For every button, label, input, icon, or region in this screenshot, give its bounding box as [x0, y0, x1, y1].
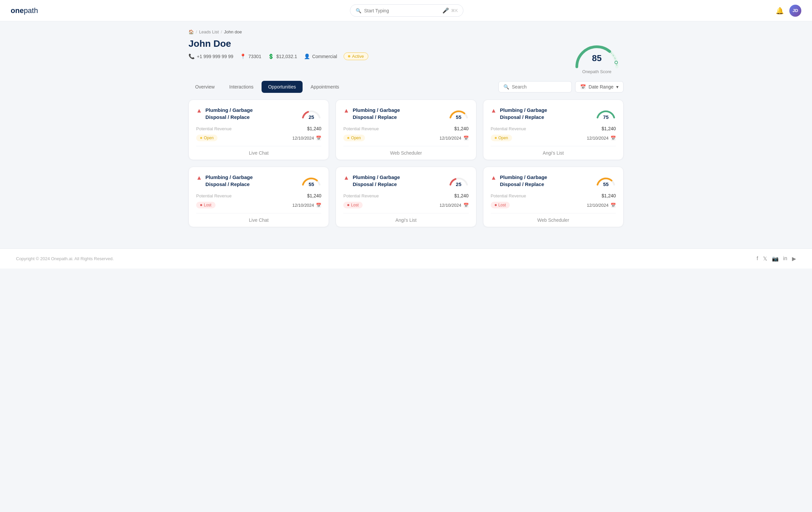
lost-dot [200, 204, 202, 206]
status-badge-open: Open [196, 135, 218, 141]
status-badge: Active [344, 52, 368, 60]
breadcrumb-current: John doe [224, 29, 242, 34]
revenue-value: $1,240 [454, 193, 469, 198]
breadcrumb-leads-list[interactable]: Leads List [199, 29, 219, 34]
opportunity-card: ▲ Plumbing / Garbage Disposal / Replace … [483, 167, 624, 227]
revenue-row: Potential Revenue $1,240 [196, 126, 321, 131]
user-avatar[interactable]: JD [789, 5, 801, 17]
card-title-row: ▲ Plumbing / Garbage Disposal / Replace [196, 107, 272, 120]
status-badge-lost: Lost [491, 202, 510, 208]
tab-interactions[interactable]: Interactions [223, 81, 260, 93]
calendar-icon[interactable]: 📅 [316, 203, 321, 208]
revenue-label: Potential Revenue [343, 193, 379, 198]
opportunities-grid: ▲ Plumbing / Garbage Disposal / Replace … [188, 100, 624, 227]
search-icon: 🔍 [356, 8, 361, 14]
opportunity-card: ▲ Plumbing / Garbage Disposal / Replace … [483, 100, 624, 160]
search-box-icon: 🔍 [503, 84, 509, 89]
facebook-icon[interactable]: f [757, 255, 758, 262]
youtube-icon[interactable]: ▶ [792, 255, 796, 262]
card-title-row: ▲ Plumbing / Garbage Disposal / Replace [343, 107, 419, 120]
score-label: Onepath Score [582, 69, 611, 74]
date-row: 12/10/2024 📅 [587, 136, 616, 141]
up-arrow-icon: ▲ [343, 107, 349, 114]
phone-meta: 📞 +1 999 999 99 99 [188, 53, 233, 59]
calendar-icon: 📅 [580, 84, 586, 89]
lead-meta: 📞 +1 999 999 99 99 📍 73301 💲 $12,032.1 👤… [188, 52, 368, 60]
calendar-icon[interactable]: 📅 [316, 136, 321, 141]
app-header: onepath 🔍 🎤 ⌘K 🔔 JD [0, 0, 812, 21]
revenue-label: Potential Revenue [196, 193, 232, 198]
tab-overview[interactable]: Overview [188, 81, 221, 93]
tab-opportunities[interactable]: Opportunities [262, 81, 302, 93]
global-search-input[interactable] [364, 8, 440, 14]
card-top: ▲ Plumbing / Garbage Disposal / Replace … [196, 174, 321, 188]
date-row: 12/10/2024 📅 [292, 136, 321, 141]
logo[interactable]: onepath [11, 6, 38, 15]
card-source: Web Scheduler [491, 213, 616, 227]
twitter-icon[interactable]: 𝕏 [763, 255, 767, 262]
card-top: ▲ Plumbing / Garbage Disposal / Replace … [343, 174, 468, 188]
card-top: ▲ Plumbing / Garbage Disposal / Replace … [491, 107, 616, 120]
card-score-number: 55 [596, 181, 616, 187]
status-label: Active [352, 54, 364, 59]
card-top: ▲ Plumbing / Garbage Disposal / Replace … [491, 174, 616, 188]
calendar-icon[interactable]: 📅 [610, 136, 616, 141]
type-meta: 👤 Commercial [304, 53, 337, 59]
card-title: Plumbing / Garbage Disposal / Replace [205, 107, 272, 120]
date-row: 12/10/2024 📅 [440, 203, 469, 208]
revenue-label: Potential Revenue [491, 193, 526, 198]
revenue-label: Potential Revenue [196, 126, 232, 131]
card-source: Angi's List [343, 213, 468, 227]
microphone-icon[interactable]: 🎤 [442, 7, 449, 14]
date-range-button[interactable]: 📅 Date Range ▾ [575, 81, 624, 92]
date-value: 12/10/2024 [440, 136, 461, 141]
status-dot [348, 55, 350, 57]
notification-bell-icon[interactable]: 🔔 [776, 7, 784, 15]
card-title-row: ▲ Plumbing / Garbage Disposal / Replace [491, 174, 567, 188]
score-gauge-svg: 85 [572, 38, 622, 69]
global-search-bar[interactable]: 🔍 🎤 ⌘K [350, 4, 463, 17]
calendar-icon[interactable]: 📅 [463, 203, 469, 208]
date-value: 12/10/2024 [587, 203, 609, 208]
date-range-label: Date Range [588, 84, 613, 89]
user-icon: 👤 [304, 53, 310, 59]
opportunity-search-input[interactable] [512, 84, 567, 89]
page-footer: Copyright © 2024 Onepath.ai. All Rights … [0, 248, 812, 269]
revenue-row: Potential Revenue $1,240 [343, 193, 468, 198]
lead-zip: 73301 [248, 54, 261, 59]
status-date-row: Lost 12/10/2024 📅 [343, 202, 468, 208]
bc-sep-2: / [221, 29, 222, 34]
revenue-value: $1,240 [307, 126, 322, 131]
card-score-number: 75 [596, 114, 616, 120]
lost-dot [495, 204, 497, 206]
main-content: 🏠 / Leads List / John doe John Doe 📞 +1 … [172, 21, 640, 235]
calendar-icon[interactable]: 📅 [610, 203, 616, 208]
tab-appointments[interactable]: Appointments [304, 81, 346, 93]
lead-revenue: $12,032.1 [276, 54, 297, 59]
up-arrow-icon: ▲ [491, 174, 497, 181]
calendar-icon[interactable]: 📅 [463, 136, 469, 141]
status-date-row: Lost 12/10/2024 📅 [196, 202, 321, 208]
revenue-label: Potential Revenue [343, 126, 379, 131]
up-arrow-icon: ▲ [491, 107, 497, 114]
tabs-row: Overview Interactions Opportunities Appo… [188, 81, 624, 93]
card-score-gauge: 55 [449, 107, 469, 120]
up-arrow-icon: ▲ [196, 107, 202, 114]
status-badge-lost: Lost [343, 202, 362, 208]
card-score-gauge: 25 [301, 107, 321, 120]
zip-meta: 📍 73301 [240, 53, 261, 59]
revenue-meta: 💲 $12,032.1 [268, 53, 297, 59]
date-row: 12/10/2024 📅 [292, 203, 321, 208]
revenue-value: $1,240 [602, 193, 616, 198]
home-icon[interactable]: 🏠 [188, 29, 194, 34]
opportunity-search-box[interactable]: 🔍 [498, 81, 572, 92]
revenue-value: $1,240 [454, 126, 469, 131]
linkedin-icon[interactable]: in [783, 255, 787, 262]
open-dot [200, 137, 202, 139]
lead-name: John Doe [188, 38, 368, 49]
instagram-icon[interactable]: 📷 [772, 255, 779, 262]
open-dot [495, 137, 497, 139]
card-source: Web Scheduler [343, 146, 468, 160]
opportunity-card: ▲ Plumbing / Garbage Disposal / Replace … [188, 100, 329, 160]
revenue-label: Potential Revenue [491, 126, 526, 131]
